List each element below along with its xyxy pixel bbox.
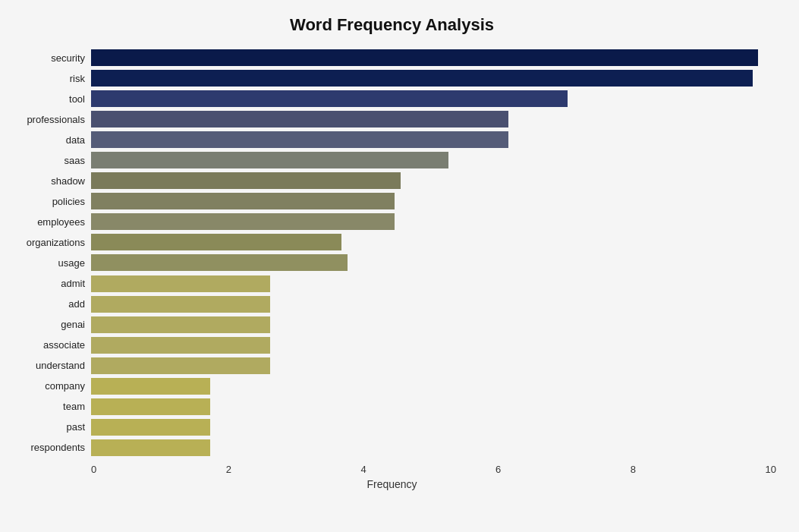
- bar-track: [91, 193, 776, 209]
- x-tick-label: 10: [766, 464, 776, 475]
- bar-row: shadow: [8, 172, 776, 190]
- bar-label: tool: [8, 93, 91, 105]
- bar-row: professionals: [8, 110, 776, 128]
- bar-label: saas: [8, 155, 91, 166]
- bar-label: company: [8, 380, 91, 392]
- bar-fill: [91, 111, 508, 127]
- bar-fill: [91, 193, 395, 209]
- bar-track: [91, 398, 776, 415]
- chart-title: Word Frequency Analysis: [8, 15, 776, 35]
- bar-track: [91, 90, 776, 107]
- bar-label: respondents: [8, 442, 91, 453]
- bar-fill: [91, 131, 508, 148]
- bar-row: employees: [8, 212, 776, 231]
- bar-label: admit: [8, 278, 91, 289]
- x-tick-label: 8: [631, 464, 636, 475]
- bar-fill: [91, 254, 348, 271]
- bar-fill: [91, 213, 395, 230]
- bar-track: [91, 111, 776, 127]
- x-axis-labels: 0246810: [91, 464, 776, 475]
- bar-label: usage: [8, 257, 91, 269]
- bar-row: tool: [8, 90, 776, 108]
- bar-row: associate: [8, 336, 776, 354]
- bar-row: policies: [8, 192, 776, 210]
- bar-row: risk: [8, 69, 776, 87]
- bar-track: [91, 213, 776, 230]
- bar-row: security: [8, 49, 776, 67]
- bar-fill: [91, 152, 448, 168]
- chart-area: securityrisktoolprofessionalsdatasaassha…: [8, 49, 776, 459]
- bar-track: [91, 378, 776, 395]
- bar-label: associate: [8, 339, 91, 351]
- bar-label: past: [8, 421, 91, 433]
- bar-label: policies: [8, 196, 91, 207]
- bar-track: [91, 275, 776, 292]
- bar-track: [91, 152, 776, 168]
- bar-label: risk: [8, 73, 91, 84]
- x-tick-label: 4: [360, 464, 366, 475]
- bar-fill: [91, 90, 568, 107]
- bar-row: genai: [8, 316, 776, 334]
- bar-fill: [91, 357, 270, 374]
- bar-label: add: [8, 298, 91, 310]
- bar-fill: [91, 70, 753, 87]
- bar-label: team: [8, 401, 91, 412]
- x-tick-label: 0: [91, 464, 96, 475]
- bar-row: data: [8, 131, 776, 149]
- bar-track: [91, 234, 776, 250]
- bar-fill: [91, 296, 270, 313]
- chart-container: Word Frequency Analysis securityrisktool…: [0, 0, 799, 532]
- bar-row: organizations: [8, 233, 776, 251]
- bar-track: [91, 172, 776, 189]
- bar-fill: [91, 439, 210, 456]
- bar-track: [91, 357, 776, 374]
- bar-fill: [91, 49, 758, 66]
- bar-label: employees: [8, 216, 91, 228]
- bar-row: saas: [8, 151, 776, 169]
- bar-label: data: [8, 134, 91, 146]
- bar-row: understand: [8, 357, 776, 375]
- bar-track: [91, 439, 776, 456]
- bar-row: usage: [8, 253, 776, 272]
- bar-row: company: [8, 377, 776, 395]
- bar-fill: [91, 234, 341, 250]
- bar-label: shadow: [8, 175, 91, 187]
- x-tick-label: 2: [226, 464, 231, 475]
- x-tick-label: 6: [495, 464, 501, 475]
- x-axis-container: 0246810: [8, 464, 776, 475]
- bar-fill: [91, 337, 270, 354]
- bar-row: admit: [8, 275, 776, 293]
- x-axis-title: Frequency: [8, 478, 776, 490]
- bar-track: [91, 70, 776, 87]
- bar-track: [91, 296, 776, 313]
- bar-label: security: [8, 52, 91, 64]
- bar-fill: [91, 172, 401, 189]
- bar-label: professionals: [8, 114, 91, 125]
- bar-track: [91, 337, 776, 354]
- bar-row: team: [8, 398, 776, 416]
- bar-fill: [91, 419, 210, 436]
- bar-track: [91, 49, 776, 66]
- bar-track: [91, 254, 776, 271]
- bar-label: understand: [8, 360, 91, 371]
- bar-fill: [91, 316, 270, 333]
- bar-track: [91, 316, 776, 333]
- bar-fill: [91, 378, 210, 395]
- bar-track: [91, 131, 776, 148]
- bar-label: genai: [8, 319, 91, 330]
- bar-track: [91, 419, 776, 436]
- bar-fill: [91, 398, 210, 415]
- bar-row: past: [8, 418, 776, 436]
- bar-label: organizations: [8, 237, 91, 248]
- bar-row: add: [8, 295, 776, 313]
- bar-fill: [91, 275, 270, 292]
- bar-row: respondents: [8, 439, 776, 457]
